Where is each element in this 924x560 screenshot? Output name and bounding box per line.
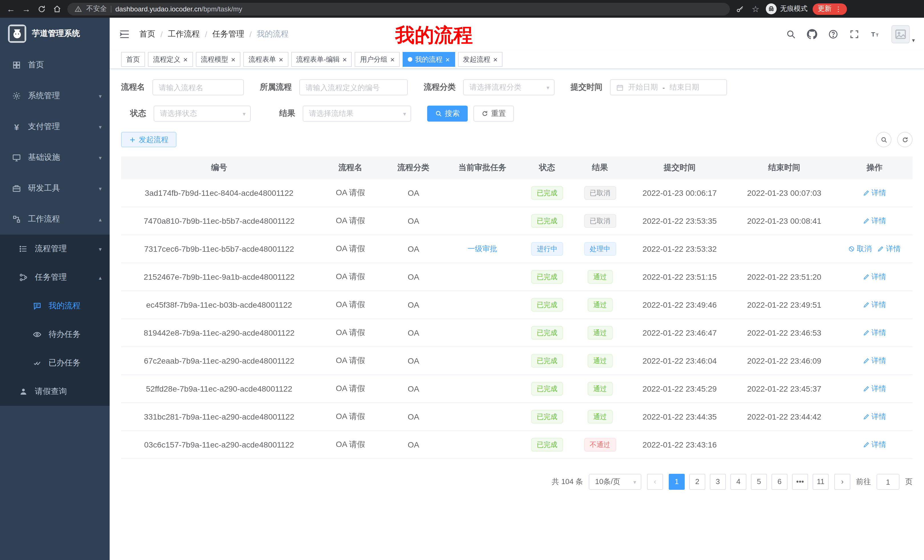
page-url[interactable]: dashboard.yudao.iocoder.cn/bpm/task/my: [116, 5, 242, 13]
process-name-input[interactable]: [153, 79, 244, 95]
forward-button[interactable]: →: [21, 4, 32, 14]
search-button[interactable]: 搜索: [427, 106, 468, 121]
github-icon[interactable]: [807, 28, 818, 39]
update-button[interactable]: 更新 ⋮: [813, 3, 847, 15]
reset-button[interactable]: 重置: [473, 106, 514, 121]
refresh-table-button[interactable]: [897, 132, 913, 147]
end-date-placeholder: 结束日期: [670, 82, 699, 93]
operations-cell: 详情: [837, 375, 913, 403]
process-name-cell: OA 请假: [317, 207, 384, 235]
breadcrumb-separator: /: [205, 29, 207, 39]
page-button[interactable]: 4: [730, 474, 746, 490]
tab-close-icon[interactable]: ×: [183, 55, 188, 63]
page-size-select[interactable]: 10条/页 ▾: [589, 474, 641, 490]
sidebar-item-payment[interactable]: ¥ 支付管理 ▾: [0, 111, 110, 142]
tab-close-icon[interactable]: ×: [279, 55, 283, 63]
prev-page-button[interactable]: ‹: [647, 474, 663, 490]
category-select[interactable]: 请选择流程分类 ▾: [463, 79, 555, 95]
process-category-cell: OA: [384, 403, 443, 431]
back-button[interactable]: ←: [6, 4, 16, 14]
chevron-down-icon: ▾: [99, 93, 102, 99]
detail-link[interactable]: 详情: [863, 188, 886, 198]
sidebar-item-process-management[interactable]: 流程管理 ▾: [0, 235, 110, 263]
bookmark-star-icon[interactable]: ☆: [750, 4, 760, 14]
tab-active[interactable]: 我的流程×: [403, 52, 455, 67]
cancel-link[interactable]: 取消: [848, 244, 872, 254]
sidebar-item-leave-query[interactable]: 请假查询: [0, 377, 110, 406]
result-select[interactable]: 请选择流结果 ▾: [303, 106, 411, 121]
tab-item[interactable]: 用户分组×: [355, 52, 400, 67]
address-bar[interactable]: 不安全 dashboard.yudao.iocoder.cn/bpm/task/…: [68, 3, 730, 15]
sidebar-item-done-tasks[interactable]: 已办任务: [0, 349, 110, 377]
page-button[interactable]: 5: [751, 474, 767, 490]
tab-close-icon[interactable]: ×: [446, 55, 450, 63]
tab-item[interactable]: 流程定义×: [148, 52, 193, 67]
tab-label: 用户分组: [360, 54, 387, 64]
detail-link[interactable]: 详情: [863, 383, 886, 394]
detail-link[interactable]: 详情: [863, 440, 886, 450]
collapse-sidebar-button[interactable]: [119, 28, 130, 40]
goto-page-input[interactable]: [877, 474, 900, 490]
breadcrumb-item[interactable]: 任务管理: [213, 29, 244, 39]
sidebar-item-devtools[interactable]: 研发工具 ▾: [0, 173, 110, 204]
toggle-search-button[interactable]: [876, 132, 891, 147]
key-icon[interactable]: [735, 4, 745, 14]
page-ellipsis[interactable]: •••: [792, 474, 808, 490]
page-button[interactable]: 6: [771, 474, 788, 490]
reload-button[interactable]: [36, 4, 47, 14]
detail-link[interactable]: 详情: [863, 328, 886, 338]
process-definition-input[interactable]: [299, 79, 408, 95]
sidebar-item-home[interactable]: 首页: [0, 49, 110, 81]
operations-cell: 详情: [837, 179, 913, 207]
sidebar-item-task-management[interactable]: 任务管理 ▴: [0, 263, 110, 292]
tab-close-icon[interactable]: ×: [493, 55, 497, 63]
tab-item[interactable]: 发起流程×: [458, 52, 502, 67]
result-tag: 通过: [587, 298, 612, 312]
submit-time-cell: 2022-01-22 23:44:35: [627, 403, 732, 431]
current-task-link[interactable]: 一级审批: [467, 244, 497, 254]
sidebar-item-todo-tasks[interactable]: 待办任务: [0, 320, 110, 349]
detail-link[interactable]: 详情: [863, 216, 886, 226]
page-button[interactable]: 2: [689, 474, 705, 490]
create-process-button[interactable]: 发起流程: [121, 132, 177, 147]
search-icon[interactable]: [786, 28, 796, 39]
page-button[interactable]: 11: [813, 474, 829, 490]
detail-link[interactable]: 详情: [878, 244, 901, 254]
font-size-icon[interactable]: TT: [870, 28, 881, 39]
breadcrumb-item[interactable]: 工作流程: [168, 29, 200, 39]
detail-link[interactable]: 详情: [863, 356, 886, 366]
help-icon[interactable]: [828, 28, 839, 39]
current-task-cell: [443, 263, 522, 291]
breadcrumb-item[interactable]: 首页: [140, 29, 155, 39]
status-select-placeholder: 请选择状态: [160, 108, 197, 119]
date-range-picker[interactable]: 开始日期 - 结束日期: [610, 79, 727, 95]
detail-link[interactable]: 详情: [863, 412, 886, 422]
tab-item[interactable]: 流程模型×: [196, 52, 240, 67]
home-button[interactable]: [52, 4, 62, 14]
tab-item[interactable]: 流程表单-编辑×: [291, 52, 352, 67]
detail-link[interactable]: 详情: [863, 300, 886, 310]
fullscreen-icon[interactable]: [849, 28, 860, 39]
page-button[interactable]: 1: [669, 474, 685, 490]
operations-group: 详情: [863, 383, 886, 394]
page-button[interactable]: 3: [710, 474, 726, 490]
sidebar-item-infra[interactable]: 基础设施 ▾: [0, 142, 110, 173]
tab-close-icon[interactable]: ×: [343, 55, 347, 63]
sidebar-item-label: 请假查询: [35, 386, 67, 397]
tab-item[interactable]: 流程表单×: [243, 52, 288, 67]
sidebar-item-my-process[interactable]: 我的流程: [0, 292, 110, 320]
next-page-button[interactable]: ›: [834, 474, 850, 490]
browser-menu-icon[interactable]: ⋮: [835, 5, 842, 13]
url-path: /bpm/task/my: [202, 5, 242, 13]
detail-link[interactable]: 详情: [863, 272, 886, 282]
sidebar-item-system[interactable]: 系统管理 ▾: [0, 81, 110, 111]
tab-item[interactable]: 首页: [121, 52, 145, 67]
tab-close-icon[interactable]: ×: [390, 55, 394, 63]
table-row: 67c2eaab-7b9a-11ec-a290-acde48001122OA 请…: [121, 347, 913, 375]
status-select[interactable]: 请选择状态 ▾: [154, 106, 251, 121]
user-menu[interactable]: ▾: [891, 25, 915, 43]
sidebar-item-workflow[interactable]: 工作流程 ▴: [0, 204, 110, 235]
security-label[interactable]: 不安全: [86, 4, 107, 14]
filter-row-1: 流程名 所属流程 流程分类 请选择流程分类 ▾: [121, 79, 913, 95]
tab-close-icon[interactable]: ×: [231, 55, 235, 63]
